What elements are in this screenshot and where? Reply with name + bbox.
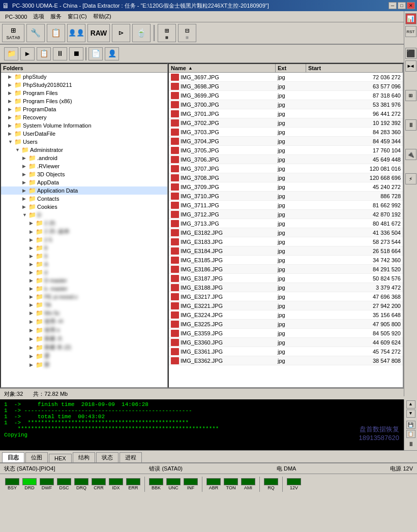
folder-tree[interactable]: Folders ▶📁phpStudy▶📁PhpStudy20180211▶📁Pr… bbox=[0, 63, 168, 388]
raw-button[interactable]: RAW bbox=[87, 24, 110, 42]
scan-button[interactable]: 👤👤 bbox=[67, 24, 85, 42]
tree-item[interactable]: ▶📁新建 夹 (2) bbox=[1, 343, 167, 352]
tab-status[interactable]: 状态 bbox=[96, 452, 118, 462]
sata0-button[interactable]: ⊞ SATA0 bbox=[2, 24, 24, 42]
tree-expand-icon[interactable]: ▶ bbox=[8, 74, 14, 79]
sec-btn-user[interactable]: 👤 bbox=[105, 47, 119, 60]
right-panel-btn4[interactable]: ⏸ bbox=[405, 119, 416, 131]
file-row[interactable]: IMG_3704.JPGjpg84 459 344 bbox=[169, 137, 403, 146]
tree-expand-icon[interactable]: ▶ bbox=[22, 180, 28, 185]
file-row[interactable]: IMG_E3360.JPGjpg44 609 624 bbox=[169, 338, 403, 347]
tree-expand-icon[interactable]: ▶ bbox=[22, 164, 28, 169]
right-panel-btn6[interactable]: ⚡ bbox=[405, 173, 416, 184]
file-row[interactable]: IMG_E3182.JPGjpg41 336 504 bbox=[169, 228, 403, 237]
tree-expand-icon[interactable]: ▶ bbox=[29, 262, 36, 267]
file-row[interactable]: IMG_E3221.JPGjpg27 942 200 bbox=[169, 301, 403, 310]
tree-expand-icon[interactable]: ▶ bbox=[29, 270, 36, 275]
file-row[interactable]: IMG_3712.JPGjpg42 870 192 bbox=[169, 210, 403, 219]
right-panel-btn1[interactable]: ⬛ bbox=[405, 48, 416, 59]
tree-item[interactable]: ▶📁ProgramData bbox=[1, 105, 167, 113]
tree-item[interactable]: ▶📁9 bbox=[1, 252, 167, 260]
file-row[interactable]: IMG_3711.JPGjpg81 662 992 bbox=[169, 201, 403, 210]
tree-item[interactable]: ▶📁新建 大 bbox=[1, 334, 167, 343]
sec-btn-pause[interactable]: ⏸ bbox=[53, 47, 67, 60]
tree-expand-icon[interactable]: ▶ bbox=[29, 254, 36, 259]
tree-item[interactable]: ▶📁Recovery bbox=[1, 113, 167, 121]
tool-btn-grid2[interactable]: ⊟ ▦ bbox=[178, 24, 196, 42]
file-row[interactable]: IMG_3697.JPGjpg72 036 272 bbox=[169, 73, 403, 82]
tool-btn-6[interactable]: ⊳ bbox=[112, 24, 130, 42]
file-row[interactable]: IMG_3713.JPGjpg80 481 672 bbox=[169, 219, 403, 228]
tree-expand-icon[interactable]: ▶ bbox=[8, 131, 14, 136]
tree-item[interactable]: ▶📁2 5 bbox=[1, 236, 167, 244]
tree-expand-icon[interactable]: ▶ bbox=[22, 188, 28, 193]
tree-expand-icon[interactable]: ▶ bbox=[29, 245, 36, 251]
tree-item[interactable]: ▶📁3D Objects bbox=[1, 170, 167, 178]
tree-item[interactable]: ▶📁D master bbox=[1, 276, 167, 285]
tab-structure[interactable]: 结构 bbox=[73, 452, 95, 462]
tree-expand-icon[interactable]: ▶ bbox=[29, 328, 36, 333]
tab-hex[interactable]: HEX bbox=[49, 454, 72, 462]
tree-item[interactable]: ▶📁新 bbox=[1, 360, 167, 369]
tree-expand-icon[interactable]: ▶ bbox=[29, 345, 36, 350]
file-row[interactable]: IMG_E3217.JPGjpg47 696 368 bbox=[169, 292, 403, 301]
menu-pc3000[interactable]: PC-3000 bbox=[2, 13, 30, 21]
tree-expand-icon[interactable]: ▶ bbox=[22, 172, 28, 177]
close-button[interactable]: ✕ bbox=[407, 2, 415, 9]
tree-item[interactable]: ▶📁.RViewer bbox=[1, 162, 167, 170]
tree-expand-icon[interactable]: ▶ bbox=[8, 90, 14, 96]
tree-item[interactable]: ▼📁D bbox=[1, 211, 167, 219]
tree-item[interactable]: ▶📁d bbox=[1, 268, 167, 276]
tree-expand-icon[interactable]: ▼ bbox=[15, 147, 21, 152]
tree-item[interactable]: ▶📁2 25 bbox=[1, 219, 167, 227]
tree-item[interactable]: ▶📁Cookies bbox=[1, 203, 167, 211]
tree-expand-icon[interactable]: ▶ bbox=[8, 107, 14, 112]
log-scroll-up[interactable]: ▲ bbox=[406, 400, 415, 409]
tree-item[interactable]: ▶📁.android bbox=[1, 154, 167, 162]
file-row[interactable]: IMG_3703.JPGjpg84 283 360 bbox=[169, 128, 403, 137]
menu-service[interactable]: 服务 bbox=[47, 12, 65, 21]
tree-expand-icon[interactable]: ▶ bbox=[29, 310, 36, 316]
file-row[interactable]: IMG_E3186.JPGjpg84 291 520 bbox=[169, 265, 403, 274]
tree-expand-icon[interactable]: ▶ bbox=[29, 336, 36, 341]
tool-btn-3[interactable]: 📋 bbox=[47, 24, 65, 42]
tree-expand-icon[interactable]: ▶ bbox=[29, 278, 36, 283]
sec-btn-copy2[interactable]: 📄 bbox=[88, 47, 103, 60]
log-save[interactable]: 💾 bbox=[406, 421, 415, 429]
tree-item[interactable]: ▶📁使用 s bbox=[1, 326, 167, 334]
file-row[interactable]: IMG_3701.JPGjpg96 441 272 bbox=[169, 109, 403, 118]
tree-item[interactable]: ▶📁Application Data bbox=[1, 186, 167, 195]
tree-item[interactable]: ▶📁使用 -H bbox=[1, 317, 167, 326]
file-row[interactable]: IMG_E3184.JPGjpg26 518 664 bbox=[169, 246, 403, 256]
tree-expand-icon[interactable]: ▶ bbox=[8, 82, 14, 87]
file-row[interactable]: IMG_3700.JPGjpg53 381 976 bbox=[169, 100, 403, 109]
sec-btn-stop[interactable]: ⏹ bbox=[69, 47, 83, 60]
tree-expand-icon[interactable]: ▶ bbox=[29, 362, 36, 367]
tree-item[interactable]: ▶📁phpStudy bbox=[1, 73, 167, 81]
tree-expand-icon[interactable]: ▶ bbox=[8, 123, 14, 128]
tree-expand-icon[interactable]: ▶ bbox=[22, 155, 28, 161]
tree-item[interactable]: ▶📁UserDataFile bbox=[1, 130, 167, 138]
tree-item[interactable]: ▶📁AppData bbox=[1, 178, 167, 186]
tree-item[interactable]: ▶📁爱 bbox=[1, 352, 167, 360]
tab-bitmap[interactable]: 位图 bbox=[25, 452, 48, 462]
right-panel-btn3[interactable]: ⊞ bbox=[405, 90, 416, 101]
tree-item[interactable]: ▶📁8 bbox=[1, 244, 167, 252]
tree-expand-icon[interactable]: ▶ bbox=[29, 319, 36, 324]
tree-item[interactable]: ▶📁Program Files bbox=[1, 89, 167, 97]
file-row[interactable]: IMG_E3183.JPGjpg58 273 544 bbox=[169, 237, 403, 246]
col-header-name[interactable]: Name ▲ bbox=[169, 64, 276, 72]
tree-expand-icon[interactable]: ▶ bbox=[29, 302, 36, 307]
tool-btn-grid1[interactable]: ⊞ ▦ bbox=[158, 24, 176, 42]
sec-btn-copy[interactable]: 📋 bbox=[37, 47, 51, 60]
file-row[interactable]: IMG_E3361.JPGjpg45 754 272 bbox=[169, 347, 403, 356]
tree-item[interactable]: ▶📁System Volume Information bbox=[1, 121, 167, 130]
tree-item[interactable]: ▶📁PE yi.nxssd.c bbox=[1, 293, 167, 301]
file-row[interactable]: IMG_E3225.JPGjpg47 905 800 bbox=[169, 320, 403, 329]
log-scroll-down[interactable]: ▼ bbox=[406, 410, 415, 418]
tree-item[interactable]: ▼📁Users bbox=[1, 138, 167, 146]
file-row[interactable]: IMG_3705.JPGjpg17 760 104 bbox=[169, 146, 403, 155]
file-row[interactable]: IMG_3710.JPGjpg886 728 bbox=[169, 192, 403, 201]
tree-expand-icon[interactable]: ▶ bbox=[22, 204, 28, 209]
tree-expand-icon[interactable]: ▶ bbox=[29, 221, 36, 226]
